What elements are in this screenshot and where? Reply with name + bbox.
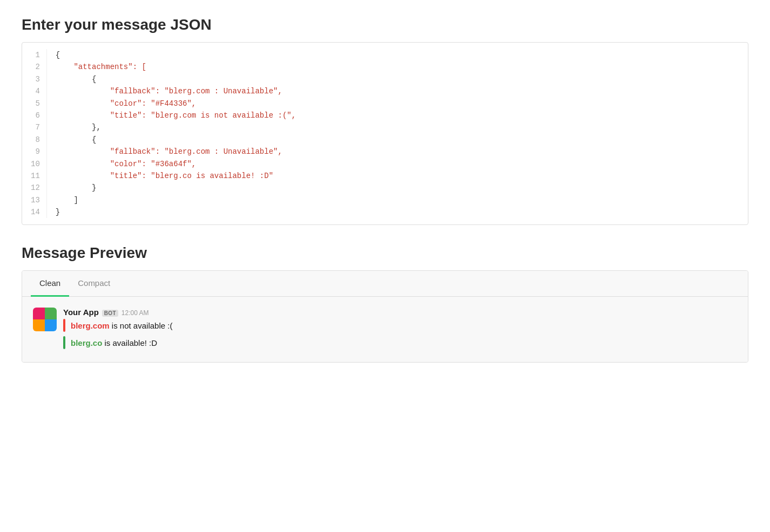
avatar-quadrant-topleft: [33, 308, 45, 319]
code-line: "color": "#36a64f",: [56, 158, 739, 170]
timestamp: 12:00 AM: [121, 309, 149, 317]
line-number: 5: [31, 98, 40, 110]
attachment-text: blerg.com is not available :(: [71, 321, 172, 330]
code-line: }: [56, 206, 739, 218]
line-number: 1: [31, 49, 40, 61]
code-content[interactable]: { "attachments": [ { "fallback": "blerg.…: [47, 49, 748, 218]
attachment: blerg.com is not available :(: [63, 319, 737, 332]
line-number: 8: [31, 134, 40, 146]
bot-badge: BOT: [102, 310, 118, 317]
code-line: "title": "blerg.com is not available :("…: [56, 110, 739, 121]
code-line: },: [56, 121, 739, 133]
code-line: {: [56, 134, 739, 146]
tab-clean[interactable]: Clean: [31, 271, 69, 297]
line-number: 3: [31, 73, 40, 85]
code-line: }: [56, 182, 739, 194]
tab-compact[interactable]: Compact: [69, 271, 119, 297]
line-number: 10: [31, 158, 40, 170]
avatar-quadrant-topright: [45, 308, 57, 319]
line-number: 12: [31, 182, 40, 194]
line-number: 14: [31, 206, 40, 218]
code-line: ]: [56, 194, 739, 206]
attachment-bar: [63, 319, 65, 332]
attachment-bar: [63, 336, 65, 349]
json-editor[interactable]: 1234567891011121314 { "attachments": [ {…: [22, 42, 748, 225]
line-number: 11: [31, 170, 40, 182]
preview-section-heading: Message Preview: [22, 244, 748, 262]
attachments: blerg.com is not available :(blerg.co is…: [63, 319, 737, 349]
code-line: {: [56, 73, 739, 85]
attachment: blerg.co is available! :D: [63, 336, 737, 349]
app-name: Your App: [63, 308, 99, 317]
json-section-heading: Enter your message JSON: [22, 16, 748, 33]
message-row: Your App BOT 12:00 AM blerg.com is not a…: [33, 308, 737, 349]
code-line: "color": "#F44336",: [56, 98, 739, 110]
line-number: 2: [31, 61, 40, 73]
code-line: "fallback": "blerg.com : Unavailable",: [56, 146, 739, 158]
avatar: [33, 308, 57, 331]
attachment-text: blerg.co is available! :D: [71, 338, 157, 347]
attachment-link[interactable]: blerg.com: [71, 321, 110, 330]
code-line: "fallback": "blerg.com : Unavailable",: [56, 85, 739, 97]
code-line: "title": "blerg.co is available! :D": [56, 170, 739, 182]
message-header: Your App BOT 12:00 AM: [63, 308, 737, 317]
line-numbers: 1234567891011121314: [22, 49, 47, 218]
tabs-bar: CleanCompact: [22, 271, 748, 297]
line-number: 4: [31, 85, 40, 97]
code-line: "attachments": [: [56, 61, 739, 73]
attachment-link[interactable]: blerg.co: [71, 338, 102, 347]
code-line: {: [56, 49, 739, 61]
line-number: 7: [31, 121, 40, 133]
line-number: 6: [31, 110, 40, 121]
line-number: 9: [31, 146, 40, 158]
avatar-quadrant-bottomleft: [33, 319, 45, 331]
preview-container: CleanCompact Your App BOT: [22, 270, 748, 363]
message-body: Your App BOT 12:00 AM blerg.com is not a…: [63, 308, 737, 349]
preview-section: Message Preview CleanCompact: [22, 244, 748, 363]
line-number: 13: [31, 194, 40, 206]
avatar-quadrant-bottomright: [45, 319, 57, 331]
message-area: Your App BOT 12:00 AM blerg.com is not a…: [22, 297, 748, 362]
